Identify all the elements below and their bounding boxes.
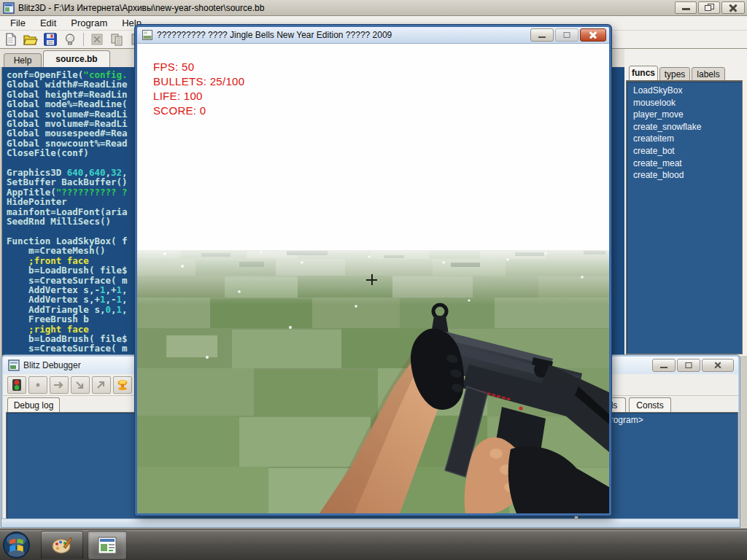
taskbar: RU ATI [0,529,747,560]
main-window-buttons [675,1,745,14]
copy-icon [110,33,123,46]
game-viewport[interactable]: FPS: 50BULLETS: 25/100LIFE: 100SCORE: 0 [137,44,609,513]
lightbulb-icon [63,33,77,46]
open-file-icon [23,33,38,46]
menu-file[interactable]: File [3,16,33,31]
game-window: ?????????? ???? Jingle Bells New Year Ed… [135,25,611,516]
blitz3d-taskbar-icon [97,536,117,555]
hud-line: BULLETS: 25/100 [153,74,244,89]
toolbar-separator [83,33,84,46]
function-list-item[interactable]: mouselook [627,97,742,109]
function-list[interactable]: LoadSkyBoxmouselookplayer_movecreate_sno… [626,80,743,354]
start-button[interactable] [1,530,31,560]
function-list-item[interactable]: create_blood [627,169,742,182]
hud-line: FPS: 50 [153,60,244,74]
minimize-button[interactable] [530,28,554,42]
game-app-icon [142,30,152,40]
main-title-bar: Blitz3D - F:\Из Интернета\Архивы\new-yea… [0,0,747,16]
tab-labels[interactable]: labels [692,67,725,81]
step-out-icon[interactable] [92,376,111,394]
tab-debug-log[interactable]: Debug log [7,397,60,412]
close-button[interactable] [580,28,606,42]
maximize-button[interactable] [555,28,578,42]
crosshair-icon [366,274,377,285]
minimize-button[interactable] [675,1,697,14]
debugger-window-buttons [652,359,734,372]
new-file-button[interactable] [2,32,20,47]
blitz3d-app-icon [3,2,15,14]
function-list-item[interactable]: player_move [627,109,742,121]
desktop: Blitz3D - F:\Из Интернета\Архивы\new-yea… [0,0,747,560]
menu-program[interactable]: Program [63,16,115,31]
copy-button[interactable] [108,32,125,47]
function-list-item[interactable]: LoadSkyBox [627,85,742,97]
close-button[interactable] [721,1,745,14]
menu-edit[interactable]: Edit [33,16,63,31]
terminate-program-icon[interactable] [113,376,132,394]
function-list-item[interactable]: create_snowflake [627,121,742,133]
game-window-title: ?????????? ???? Jingle Bells New Year Ed… [157,30,392,40]
game-title-bar[interactable]: ?????????? ???? Jingle Bells New Year Ed… [137,27,609,44]
restore-button[interactable] [698,1,720,14]
game-hud: FPS: 50BULLETS: 25/100LIFE: 100SCORE: 0 [153,60,244,118]
cut-button[interactable] [88,32,106,47]
game-window-buttons [530,28,606,42]
hud-line: LIFE: 100 [153,89,244,104]
new-file-icon [4,33,18,46]
open-file-button[interactable] [22,32,39,47]
close-button[interactable] [702,359,734,372]
tab-consts[interactable]: Consts [629,397,671,412]
step-over-icon[interactable] [50,376,69,394]
cut-icon [90,33,104,46]
lightbulb-button[interactable] [61,32,79,47]
main-window-title: Blitz3D - F:\Из Интернета\Архивы\new-yea… [18,3,264,13]
tab-source-bb[interactable]: source.bb [43,50,110,67]
debugger-app-icon [8,359,20,371]
function-list-item[interactable]: create_bot [627,145,742,158]
taskbar-blitz3d-button[interactable] [88,531,127,559]
run-stop-traffic-light-icon[interactable] [7,376,26,394]
save-file-button[interactable] [42,32,59,47]
tab-types[interactable]: types [659,67,690,81]
minimize-button[interactable] [652,359,676,372]
taskbar-paint-button[interactable] [41,531,83,559]
save-file-icon [44,33,57,46]
step-icon[interactable] [28,376,47,394]
paint-icon [51,535,73,556]
step-into-icon[interactable] [71,376,90,394]
hud-line: SCORE: 0 [153,104,244,118]
maximize-button[interactable] [677,359,700,372]
function-list-item[interactable]: create_meat [627,158,742,170]
debugger-title: Blitz Debugger [23,360,81,370]
tab-funcs[interactable]: funcs [629,66,658,81]
tab-help[interactable]: Help [4,53,42,67]
debugger-bottom-frame [1,518,740,527]
function-list-item[interactable]: createitem [627,133,742,145]
